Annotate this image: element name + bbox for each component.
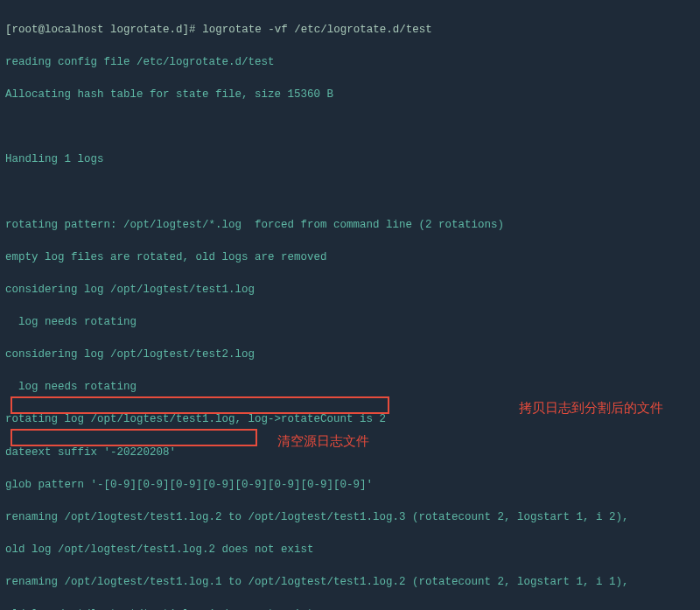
output-line: reading config file /etc/logrotate.d/tes… [5, 54, 695, 70]
output-line: log needs rotating [5, 379, 695, 395]
output-line: rotating pattern: /opt/logtest/*.log for… [5, 217, 695, 233]
prompt-open-bracket: [ [5, 24, 12, 36]
empty-line [5, 184, 695, 200]
prompt-line: [root@localhost logrotate.d]# logrotate … [5, 22, 695, 38]
empty-line [5, 119, 695, 135]
output-line: renaming /opt/logtest/test1.log.1 to /op… [5, 574, 695, 590]
output-line: empty log files are rotated, old logs ar… [5, 249, 695, 265]
output-line: Handling 1 logs [5, 151, 695, 167]
annotation-copy: 拷贝日志到分割后的文件 [519, 398, 663, 418]
annotation-truncate: 清空源日志文件 [277, 431, 369, 452]
output-line: glob pattern '-[0-9][0-9][0-9][0-9][0-9]… [5, 477, 695, 493]
terminal-output: [root@localhost logrotate.d]# logrotate … [5, 5, 695, 610]
prompt-close-bracket: ] [183, 24, 190, 36]
output-line: old log /opt/logtest/test1.log.2 does no… [5, 542, 695, 557]
output-line: Allocating hash table for state file, si… [5, 87, 695, 102]
output-line: log needs rotating [5, 314, 695, 330]
output-line: considering log /opt/logtest/test2.log [5, 347, 695, 362]
output-line: old log /opt/logtest/test1.log.1 does no… [5, 606, 695, 610]
prompt-dir: logrotate.d [110, 24, 183, 36]
command-text: logrotate -vf /etc/logrotate.d/test [202, 24, 432, 36]
output-line: renaming /opt/logtest/test1.log.2 to /op… [5, 509, 695, 525]
prompt-user-host: root@localhost [12, 24, 104, 36]
prompt-hash: # [189, 24, 196, 36]
output-line: considering log /opt/logtest/test1.log [5, 282, 695, 298]
